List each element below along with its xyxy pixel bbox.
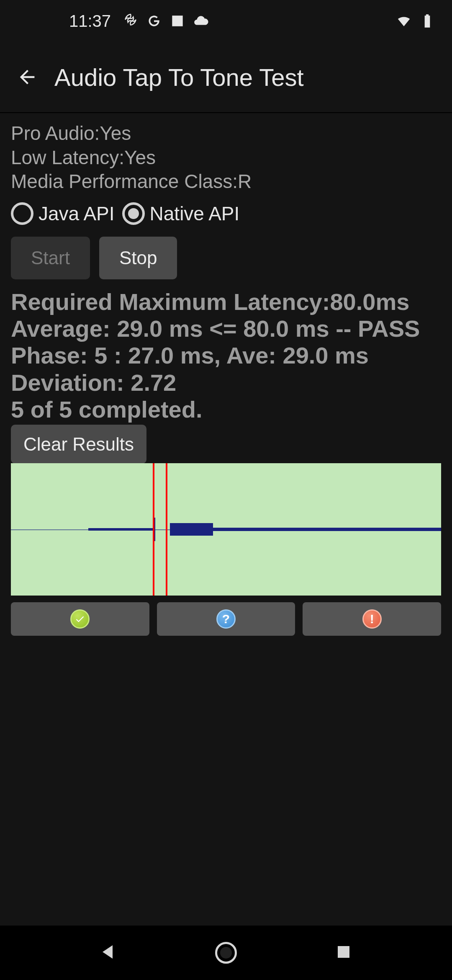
status-left: 11:37 (69, 12, 209, 31)
radio-unchecked-icon (11, 202, 33, 225)
wifi-icon (396, 13, 412, 29)
low-latency-value: Yes (124, 147, 156, 168)
back-button[interactable] (0, 42, 54, 112)
google-g-icon (146, 13, 162, 29)
waveform-canvas (11, 463, 441, 596)
clear-results-wrap: Clear Results (11, 434, 441, 455)
arrow-left-icon (16, 66, 38, 88)
nav-home-button[interactable] (215, 942, 237, 964)
waveform-marker-tap (153, 463, 154, 596)
pro-audio-label: Pro Audio: (11, 122, 100, 144)
exclamation-icon: ! (362, 609, 382, 629)
deviation-line: Deviation: 2.72 (11, 369, 441, 396)
content-area: Pro Audio:Yes Low Latency:Yes Media Perf… (0, 113, 452, 636)
fail-button[interactable]: ! (303, 602, 441, 636)
radio-checked-icon (122, 202, 145, 225)
waveform-noise (88, 528, 153, 531)
media-perf-value: R (238, 170, 252, 192)
average-line: Average: 29.0 ms <= 80.0 ms -- PASS (11, 315, 441, 342)
progress-line: 5 of 5 completed. (11, 396, 441, 423)
waveform-marker-tone (166, 463, 167, 596)
java-api-label: Java API (39, 202, 115, 225)
question-icon: ? (216, 609, 236, 629)
waveform-tail (213, 528, 441, 531)
battery-charging-icon (419, 13, 435, 29)
square-icon (334, 942, 354, 962)
java-api-radio[interactable]: Java API (11, 202, 115, 225)
pass-button[interactable] (11, 602, 149, 636)
low-latency-label: Low Latency: (11, 147, 124, 168)
app-bar: Audio Tap To Tone Test (0, 42, 452, 113)
status-bar: 11:37 (0, 0, 452, 42)
pro-audio-line: Pro Audio:Yes (11, 121, 441, 146)
media-perf-line: Media Performance Class:R (11, 170, 441, 194)
system-nav-bar (0, 926, 452, 980)
status-right (396, 13, 435, 29)
clear-results-button[interactable]: Clear Results (11, 425, 146, 464)
native-api-radio[interactable]: Native API (122, 202, 240, 225)
api-radio-group: Java API Native API (11, 202, 441, 225)
spacer (0, 636, 452, 926)
screen-root: 11:37 Audio Tap (0, 0, 452, 980)
media-perf-label: Media Performance Class: (11, 170, 238, 192)
stop-button[interactable]: Stop (99, 237, 177, 279)
page-title: Audio Tap To Tone Test (54, 63, 304, 91)
nav-back-button[interactable] (98, 942, 118, 964)
check-icon (70, 609, 90, 629)
pro-audio-value: Yes (100, 122, 131, 144)
cloud-icon (193, 13, 209, 29)
info-button[interactable]: ? (157, 602, 295, 636)
waveform-tone-body (170, 523, 213, 536)
pinwheel-icon (123, 13, 139, 29)
start-button[interactable]: Start (11, 237, 90, 279)
status-time: 11:37 (69, 12, 111, 31)
triangle-left-icon (98, 942, 118, 962)
start-stop-row: Start Stop (11, 237, 441, 279)
nav-recents-button[interactable] (334, 942, 354, 964)
low-latency-line: Low Latency:Yes (11, 146, 441, 170)
phase-line: Phase: 5 : 27.0 ms, Ave: 29.0 ms (11, 342, 441, 369)
native-api-label: Native API (150, 202, 240, 225)
verdict-buttons: ? ! (11, 602, 441, 636)
calendar-icon (170, 13, 185, 29)
required-latency-line: Required Maximum Latency:80.0ms (11, 289, 441, 315)
